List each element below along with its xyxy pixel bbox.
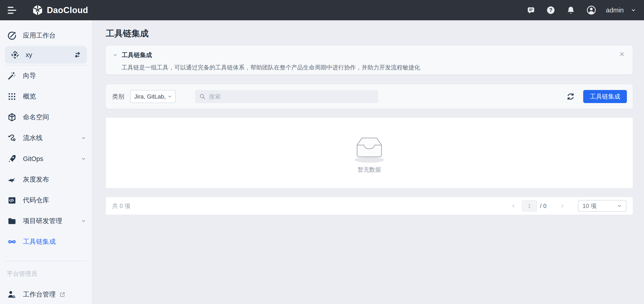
info-banner: 工具链集成 工具链是一组工具，可以通过完备的工具链体系，帮助团队在整个产品生命周… [106,46,633,74]
brand[interactable]: DaoCloud [32,4,88,16]
project-icon [7,216,17,226]
repo-icon [7,195,17,205]
page-size-value: 10 项 [582,202,596,210]
collapse-chevron-icon[interactable] [112,52,118,58]
external-link-icon [59,291,66,298]
chevron-down-icon[interactable] [80,135,86,141]
sidebar-item-pipeline[interactable]: 流水线 [0,128,92,148]
page-next-icon[interactable] [559,203,566,209]
page-title: 工具链集成 [106,28,633,39]
topbar-actions: ? admin [527,5,636,15]
sidebar-item-gitops[interactable]: GitOps [0,148,92,169]
sidebar: 应用工作台 xy [0,20,92,304]
svg-text:?: ? [549,7,552,13]
product-name: DaoCloud [47,6,88,15]
sidebar-item-overview[interactable]: 概览 [0,86,92,107]
sidebar-item-namespace[interactable]: 命名空间 [0,107,92,128]
workspace-icon [10,50,20,60]
workspace-name: xy [26,51,32,59]
sidebar-section-label: 平台管理员 [0,261,92,278]
user-chevron-down-icon[interactable] [630,7,636,13]
sidebar-item-code-repo[interactable]: 代码仓库 [0,190,92,211]
sidebar-item-label: 应用工作台 [23,31,56,40]
sidebar-item-label: 概览 [23,92,36,101]
category-label: 类别 [112,92,124,101]
chevron-down-icon[interactable] [80,156,86,162]
sidebar-item-toolchain[interactable]: 工具链集成 [0,231,92,252]
help-icon[interactable]: ? [546,6,556,15]
namespace-icon [7,112,17,122]
sidebar-item-label: 工具链集成 [23,237,56,246]
menu-icon[interactable] [8,5,17,16]
sidebar-item-label: 项目研发管理 [23,217,62,226]
message-icon[interactable] [527,6,535,15]
sidebar-item-label: 灰度发布 [23,175,49,184]
sidebar-item-wizard[interactable]: 向导 [0,65,92,86]
avatar-icon[interactable] [586,5,596,15]
banner-description: 工具链是一组工具，可以通过完备的工具链体系，帮助团队在整个产品生命周期中进行协作… [122,64,625,71]
refresh-icon[interactable] [566,92,575,101]
daocloud-logo-icon [32,4,44,16]
workspace-selector[interactable]: xy [5,46,87,64]
page-count: / 0 [540,203,546,210]
sidebar-item-workbench[interactable]: 应用工作台 [0,25,92,46]
category-select[interactable]: Jira, GitLab, Sonar... [130,90,176,103]
sidebar-item-label: 代码仓库 [23,196,49,205]
chevron-down-icon[interactable] [80,218,86,224]
toolchain-integrate-button[interactable]: 工具链集成 [583,90,627,103]
toolchain-icon [7,237,17,247]
toolchain-list-empty: 暂无数据 [106,118,633,188]
chevron-down-icon [616,203,622,209]
empty-state-text: 暂无数据 [358,166,381,174]
sidebar-item-label: 命名空间 [23,113,49,122]
chevron-down-icon [167,94,172,99]
category-select-value: Jira, GitLab, Sonar... [134,93,167,100]
empty-inbox-icon [350,132,388,164]
sidebar-item-canary-release[interactable]: 灰度发布 [0,169,92,190]
topbar: DaoCloud ? [0,0,644,20]
user-name[interactable]: admin [606,7,624,14]
pagination-bar: 共 0 项 / 0 10 项 [106,197,633,215]
sidebar-item-workbench-management[interactable]: 工作台管理 [0,284,92,304]
admin-workbench-icon [7,289,17,300]
page-number-input[interactable] [522,200,537,212]
search-input[interactable] [209,93,374,100]
sidebar-item-project-management[interactable]: 项目研发管理 [0,211,92,231]
sidebar-item-label: 向导 [23,71,36,80]
search-box [195,90,378,103]
sidebar-item-label: 工作台管理 [23,290,56,299]
main-content: 工具链集成 工具链集成 工具链是一组工具，可以通过完备的工具链体系，帮助团队在整… [92,20,644,304]
page-size-select[interactable]: 10 项 [578,200,626,212]
page-prev-icon[interactable] [510,203,516,209]
search-icon [199,93,206,100]
canary-icon [7,174,17,185]
sidebar-item-label: 流水线 [23,133,42,142]
bell-icon[interactable] [566,6,575,15]
total-count: 共 0 项 [112,202,130,210]
pipeline-icon [7,133,17,143]
swap-workspace-icon[interactable] [74,51,82,59]
filter-bar: 类别 Jira, GitLab, Sonar... [106,84,633,109]
wizard-icon [7,71,17,81]
overview-icon [7,91,17,102]
close-icon[interactable] [619,51,625,57]
workbench-icon [7,31,17,41]
gitops-icon [7,154,17,164]
banner-title: 工具链集成 [122,51,152,59]
sidebar-item-label: GitOps [23,155,43,163]
